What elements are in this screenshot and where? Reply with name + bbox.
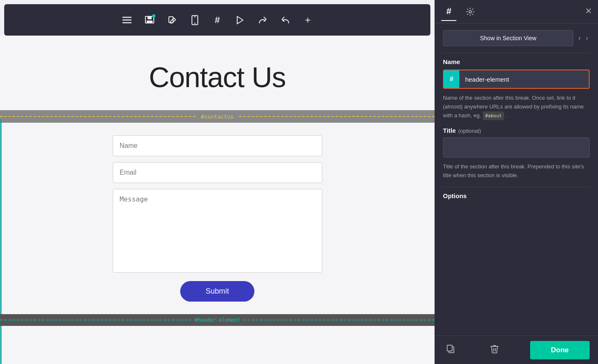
hash-prefix: # xyxy=(444,70,459,88)
canvas-content: Contact Us #contactus Submit #header-ele… xyxy=(0,36,435,364)
bottom-section-bar[interactable]: #header-element xyxy=(0,314,435,326)
svg-rect-2 xyxy=(122,22,132,23)
svg-rect-4 xyxy=(148,16,152,19)
submit-button[interactable]: Submit xyxy=(180,281,254,302)
name-field-label: Name xyxy=(443,58,590,65)
panel-divider-1 xyxy=(443,53,590,53)
delete-icon[interactable] xyxy=(487,341,502,359)
svg-rect-5 xyxy=(147,21,153,23)
name-input-row: # xyxy=(443,70,590,89)
tab-gear[interactable] xyxy=(461,4,480,20)
nav-next-arrow[interactable]: › xyxy=(584,32,590,44)
panel-tabs: # ✕ xyxy=(435,0,598,23)
name-desc-text2: . xyxy=(506,112,507,119)
name-description: Name of the section after this break. On… xyxy=(443,94,590,120)
page-title: Contact Us xyxy=(149,61,285,93)
page-title-section: Contact Us xyxy=(0,36,435,110)
canvas-area: # + Contact Us #contact xyxy=(0,0,435,364)
panel-bottom: Done xyxy=(435,336,598,364)
bottom-section-id: #header-element xyxy=(191,316,243,324)
svg-point-10 xyxy=(469,10,471,13)
hash-icon[interactable]: # xyxy=(210,13,225,28)
section-name-input[interactable] xyxy=(459,71,589,88)
title-description: Title of the section after this break. P… xyxy=(443,163,590,180)
edit-icon[interactable] xyxy=(165,13,180,28)
title-optional: (optional) xyxy=(458,128,481,134)
form-section: Submit xyxy=(0,123,435,314)
duplicate-icon[interactable] xyxy=(443,341,459,359)
svg-rect-9 xyxy=(194,16,196,17)
tab-hash[interactable]: # xyxy=(441,3,456,21)
name-input[interactable] xyxy=(113,135,322,156)
options-label: Options xyxy=(443,192,590,199)
name-desc-code: #about xyxy=(483,111,505,121)
svg-point-8 xyxy=(194,23,195,24)
email-input[interactable] xyxy=(113,162,322,183)
mobile-icon[interactable] xyxy=(187,13,202,28)
save-icon[interactable] xyxy=(142,13,157,28)
name-desc-text1: Name of the section after this break. On… xyxy=(443,95,584,119)
nav-prev-arrow[interactable]: ‹ xyxy=(577,32,582,44)
menu-icon[interactable] xyxy=(119,13,135,28)
undo-icon[interactable] xyxy=(278,13,293,28)
panel-content: Show in Section View ‹ › Name # Name of … xyxy=(435,23,598,336)
message-textarea[interactable] xyxy=(113,189,322,273)
play-icon[interactable] xyxy=(233,13,248,28)
title-label-row: Title (optional) xyxy=(443,127,590,134)
panel-divider-2 xyxy=(443,187,590,187)
show-section-view-button[interactable]: Show in Section View xyxy=(443,30,573,46)
title-input[interactable] xyxy=(443,137,590,157)
close-icon[interactable]: ✕ xyxy=(585,6,592,16)
section-break-id: #contactus xyxy=(197,113,237,121)
add-icon[interactable]: + xyxy=(300,13,316,28)
title-label: Title xyxy=(443,127,456,134)
nav-arrows: ‹ › xyxy=(577,32,590,44)
section-view-row: Show in Section View ‹ › xyxy=(443,30,590,46)
redo-icon[interactable] xyxy=(255,13,270,28)
done-button[interactable]: Done xyxy=(530,341,590,359)
svg-rect-12 xyxy=(447,345,452,351)
section-break-contactus[interactable]: #contactus xyxy=(0,110,435,123)
right-panel: # ✕ Show in Section View ‹ › Name # Name xyxy=(435,0,598,364)
left-edge-indicator xyxy=(0,119,2,364)
svg-rect-1 xyxy=(122,19,132,21)
toolbar: # + xyxy=(4,4,430,36)
svg-rect-0 xyxy=(122,17,132,18)
